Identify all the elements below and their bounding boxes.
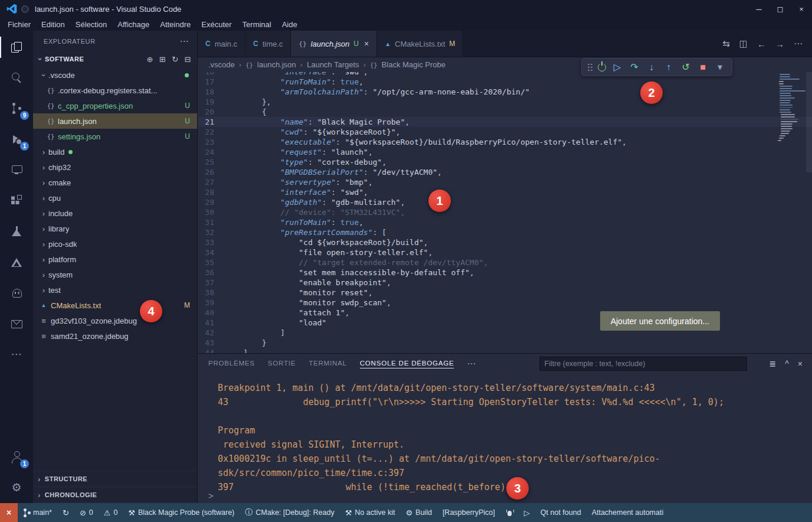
panel-more-icon[interactable]: ⋯ [467,358,476,369]
line-number[interactable]: 17 [198,77,225,87]
code-line-39[interactable]: 39 "monitor swdp_scan", [198,298,812,308]
remote-indicator[interactable]: × [0,503,18,522]
status-launch-target[interactable]: ⚒Black Magic Probe (software) [123,503,240,522]
code-line-38[interactable]: 38 "monitor reset", [198,288,812,298]
line-number[interactable]: 21 [198,117,225,127]
code-line-17[interactable]: 17 "runToMain": true, [198,77,812,87]
navigate-back-icon[interactable]: ← [757,39,766,49]
sidebar-more-icon[interactable]: ⋯ [179,36,189,47]
code-line-25[interactable]: 25 "type": "cortex-debug", [198,157,812,167]
collapse-folders-icon[interactable]: ⊟ [185,55,191,64]
power-icon[interactable] [598,63,606,71]
status-build[interactable]: ⚙Build [400,503,437,522]
line-number[interactable]: 18 [198,87,225,97]
line-number[interactable]: 30 [198,207,225,217]
tree-item-launch-json[interactable]: {}launch.jsonU [33,113,197,129]
code-line-32[interactable]: 32 "preRestartCommands": [ [198,227,812,237]
console-prompt[interactable]: > [208,491,214,501]
code-line-21[interactable]: 21 "name": "Black Magic Probe", [198,117,812,127]
activity-run-and-debug[interactable]: 1 [0,124,33,155]
status-warnings[interactable]: ⚠0 [99,503,123,522]
new-file-icon[interactable]: ⊕ [146,55,153,64]
line-number[interactable]: 25 [198,157,225,167]
tree-item-cpu[interactable]: ›cpu [33,190,197,205]
breadcrumb-black-magic-probe[interactable]: Black Magic Probe [382,60,446,69]
status-active-kit[interactable]: ⚒No active kit [340,503,401,522]
code-line-20[interactable]: 20 { [198,107,812,117]
menu-ex-cuter[interactable]: Exécuter [196,18,237,31]
line-number[interactable]: 35 [198,257,225,267]
section-chronologie[interactable]: ›CHRONOLOGIE [33,487,197,503]
line-number[interactable]: 34 [198,247,225,257]
line-number[interactable]: 42 [198,328,225,338]
step-out-icon[interactable]: ↑ [663,60,675,74]
stop-icon[interactable]: ■ [697,60,709,74]
line-number[interactable]: 26 [198,167,225,177]
tree-item-include[interactable]: ›include [33,205,197,221]
add-configuration-button[interactable]: Ajouter une configuration... [600,311,720,331]
editor-scrollbar[interactable] [806,72,812,172]
maximize-button[interactable]: ◻ [770,0,791,18]
step-into-icon[interactable]: ↓ [646,60,657,74]
close-button[interactable]: × [791,0,812,18]
tree-item-chip32[interactable]: ›chip32 [33,159,197,175]
status-launch[interactable]: ▷ [519,503,535,522]
line-number[interactable]: 16 [198,72,225,77]
activity-platformio[interactable] [0,278,33,308]
menu-s-lection[interactable]: Sélection [70,18,112,31]
tree-item-c-cpp-properties-json[interactable]: {}c_cpp_properties.jsonU [33,98,197,113]
tab-time-c[interactable]: Ctime.c [245,31,291,57]
line-number[interactable]: 37 [198,278,225,288]
code-line-29[interactable]: 29 "gdbPath": "gdb-multiarch", [198,197,812,207]
status-build-target[interactable]: [RaspberryPico] [437,503,500,522]
code-line-27[interactable]: 27 "servertype": "bmp", [198,177,812,187]
menu-affichage[interactable]: Affichage [112,18,155,31]
breadcrumb-launch-json[interactable]: launch.json [257,60,296,69]
line-number[interactable]: 38 [198,288,225,298]
minimize-button[interactable]: ─ [748,0,770,18]
activity-accounts[interactable]: 1 [0,442,33,472]
code-line-35[interactable]: 35 // "target extended-remote /dev/ttyAC… [198,257,812,267]
tab-main-c[interactable]: Cmain.c [198,31,245,57]
step-over-icon[interactable]: ↷ [628,60,640,74]
more-debug-actions-icon[interactable]: ▾ [714,60,726,74]
panel-tab-probl-mes[interactable]: PROBLÈMES [208,360,255,368]
menu-atteindre[interactable]: Atteindre [155,18,196,31]
activity-testing[interactable] [0,216,33,247]
status-sync[interactable]: ↻ [57,503,74,522]
activity-mail[interactable] [0,308,33,339]
code-line-36[interactable]: 36 "set mem inaccessible-by-default off"… [198,267,812,278]
code-line-18[interactable]: 18 "armToolchainPath": "/opt/gcc-arm-non… [198,87,812,97]
line-number[interactable]: 43 [198,338,225,348]
line-number[interactable]: 22 [198,127,225,137]
tab-cmakelists-txt[interactable]: ▲CMakeLists.txtM [377,31,463,57]
activity-search[interactable] [0,63,33,93]
close-panel-icon[interactable]: × [798,359,803,368]
panel-tab-terminal[interactable]: TERMINAL [309,360,347,368]
code-line-34[interactable]: 34 "file open-story-teller.elf", [198,247,812,257]
drag-handle-icon[interactable] [588,63,592,71]
tree-item-samd21-ozone-jdebug[interactable]: ≡samd21_ozone.jdebug [33,328,197,344]
activity-extensions[interactable] [0,185,33,216]
section-software[interactable]: › SOFTWARE ⊕⊞↻⊟ [33,52,197,66]
code-line-22[interactable]: 22 "cwd": "${workspaceRoot}", [198,127,812,137]
line-number[interactable]: 24 [198,147,225,157]
open-changes-icon[interactable]: ⇆ [722,38,730,49]
restart-icon[interactable]: ↺ [680,60,692,74]
status-cmake-status[interactable]: ⓘCMake: [Debug]: Ready [240,503,339,522]
tab-launch-json[interactable]: {}launch.jsonU× [291,31,377,57]
maximize-panel-icon[interactable]: ^ [785,359,789,368]
line-number[interactable]: 29 [198,197,225,207]
new-folder-icon[interactable]: ⊞ [159,55,166,64]
line-number[interactable]: 44 [198,348,225,353]
line-number[interactable]: 20 [198,107,225,117]
continue-icon[interactable]: ▷ [611,60,623,74]
code-line-19[interactable]: 19 }, [198,97,812,107]
tree-item-gd32vf103-ozone-jdebug[interactable]: ≡gd32vf103_ozone.jdebug [33,313,197,328]
activity-remote-explorer[interactable] [0,155,33,185]
tree-item-library[interactable]: ›library [33,221,197,236]
line-number[interactable]: 23 [198,137,225,147]
code-line-30[interactable]: 30 // "device": "STM32L431VC", [198,207,812,217]
code-line-31[interactable]: 31 "runToMain": true, [198,217,812,227]
tree-item-settings-json[interactable]: {}settings.jsonU [33,129,197,144]
